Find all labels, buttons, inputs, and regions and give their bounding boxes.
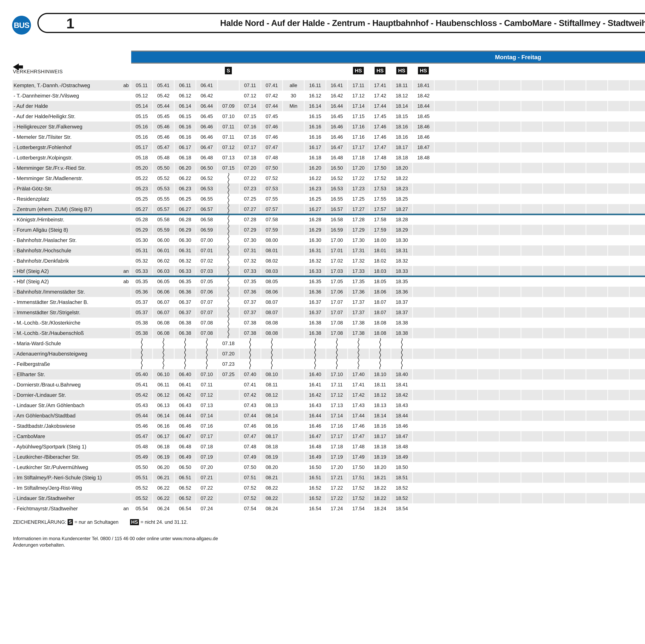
time-cell: 06.52 bbox=[175, 493, 196, 503]
time-cell: 18.52 bbox=[391, 483, 412, 493]
time-cell: 06.22 bbox=[175, 173, 196, 183]
time-cell bbox=[283, 142, 304, 153]
empty-cell bbox=[456, 163, 477, 173]
time-cell: 07.13 bbox=[196, 400, 217, 411]
empty-cell bbox=[630, 431, 645, 441]
time-cell: 18.42 bbox=[413, 90, 434, 101]
stop-name-cell: - Hbf (Steig A2)an bbox=[12, 266, 131, 276]
no-stop-wave-icon bbox=[249, 359, 251, 369]
time-cell: 18.13 bbox=[370, 400, 391, 411]
time-cell-skipped bbox=[391, 359, 412, 369]
time-cell-skipped bbox=[240, 359, 261, 369]
empty-cell bbox=[565, 411, 586, 421]
no-stop-wave-icon bbox=[270, 349, 273, 359]
time-cell bbox=[283, 317, 304, 328]
time-cell: 18.38 bbox=[391, 317, 412, 328]
time-cell: 18.41 bbox=[413, 80, 434, 90]
no-stop-wave-icon bbox=[140, 338, 143, 349]
time-cell: 05.11 bbox=[131, 80, 152, 90]
time-cell: 16.48 bbox=[326, 153, 347, 163]
time-cell: 18.52 bbox=[391, 493, 412, 503]
empty-cell bbox=[456, 101, 477, 111]
table-row: - Leutkircher-/Biberacher Str.05.4906.19… bbox=[12, 452, 645, 462]
time-cell: 07.02 bbox=[196, 256, 217, 266]
time-cell-skipped bbox=[370, 359, 391, 369]
table-row: - Bahnhofstr./Hochschule05.3106.0106.310… bbox=[12, 245, 645, 256]
time-cell: 05.47 bbox=[153, 142, 174, 153]
empty-cell bbox=[435, 235, 456, 245]
timetable-body: Kempten, T.-Dannh.-/Ostrachwegab05.1105.… bbox=[12, 80, 645, 514]
empty-cell bbox=[608, 101, 629, 111]
empty-cell bbox=[435, 462, 456, 472]
time-cell: 17.41 bbox=[370, 80, 391, 90]
time-cell: 17.45 bbox=[370, 111, 391, 122]
stop-name: - Ellharter Str. bbox=[14, 372, 45, 377]
no-stop-wave-icon bbox=[184, 359, 187, 369]
time-cell: 18.38 bbox=[391, 328, 412, 338]
table-row: - Auf der Halde/Heiligkr.Str.05.1505.450… bbox=[12, 111, 645, 122]
stop-name: - Immenstädter Str./Strigelstr. bbox=[14, 309, 80, 315]
ab-an-note: an bbox=[123, 506, 129, 511]
empty-cell bbox=[630, 411, 645, 421]
stop-name-cell: - Heiligkreuzer Str./Falkenweg bbox=[12, 122, 131, 132]
empty-cell bbox=[630, 441, 645, 452]
empty-cell bbox=[543, 338, 564, 349]
time-cell: 08.14 bbox=[261, 411, 282, 421]
time-cell: 17.46 bbox=[370, 122, 391, 132]
time-cell: 16.41 bbox=[326, 80, 347, 90]
time-cell: 16.52 bbox=[326, 173, 347, 183]
table-row: - Lindauer Str./Stadtweiher05.5206.2206.… bbox=[12, 493, 645, 503]
stop-name-cell: - Maria-Ward-Schule bbox=[12, 338, 131, 349]
stop-name: - Forum Allgäu (Steig 8) bbox=[14, 227, 68, 233]
empty-cell bbox=[500, 359, 521, 369]
empty-cell bbox=[630, 266, 645, 276]
empty-cell bbox=[478, 472, 499, 483]
empty-cell bbox=[478, 90, 499, 101]
time-cell-skipped bbox=[218, 307, 239, 317]
time-cell: 16.30 bbox=[304, 235, 326, 245]
stop-name: - Prälat-Götz-Str. bbox=[14, 186, 52, 192]
time-cell: 17.32 bbox=[348, 256, 369, 266]
time-cell: 08.12 bbox=[261, 390, 282, 400]
time-cell: 17.47 bbox=[370, 142, 391, 153]
time-cell: 16.32 bbox=[304, 256, 326, 266]
no-stop-wave-icon bbox=[227, 317, 230, 328]
empty-cell bbox=[500, 462, 521, 472]
time-cell bbox=[413, 452, 434, 462]
empty-cell bbox=[630, 183, 645, 194]
empty-cell bbox=[630, 225, 645, 235]
time-cell: 17.24 bbox=[326, 503, 347, 514]
empty-cell bbox=[521, 111, 542, 122]
time-cell: 18.44 bbox=[413, 101, 434, 111]
time-cell: 16.40 bbox=[304, 369, 326, 380]
stop-name-cell: - Residenzplatz bbox=[12, 194, 131, 204]
empty-cell bbox=[608, 349, 629, 359]
time-cell: 07.22 bbox=[196, 493, 217, 503]
empty-cell bbox=[543, 503, 564, 514]
time-cell: 17.13 bbox=[326, 400, 347, 411]
empty-cell bbox=[608, 380, 629, 390]
time-cell: 06.29 bbox=[175, 225, 196, 235]
time-cell: 07.30 bbox=[240, 235, 261, 245]
empty-cell bbox=[543, 276, 564, 287]
time-cell-skipped bbox=[370, 349, 391, 359]
empty-cell bbox=[478, 80, 499, 90]
empty-cell bbox=[456, 122, 477, 132]
empty-cell bbox=[586, 421, 607, 431]
time-cell: 17.12 bbox=[348, 90, 369, 101]
time-cell bbox=[283, 163, 304, 173]
empty-cell bbox=[608, 400, 629, 411]
time-cell: 17.52 bbox=[348, 483, 369, 493]
time-cell: 07.25 bbox=[240, 194, 261, 204]
time-cell bbox=[218, 400, 239, 411]
table-row: - Ellharter Str.05.4006.1006.4007.1007.2… bbox=[12, 369, 645, 380]
time-cell: 16.52 bbox=[304, 483, 326, 493]
empty-cell bbox=[586, 153, 607, 163]
empty-cell bbox=[543, 287, 564, 297]
time-cell: 08.07 bbox=[261, 307, 282, 317]
stop-name: - Residenzplatz bbox=[14, 196, 49, 202]
time-cell: 17.46 bbox=[370, 132, 391, 142]
legend-hs-symbol: HS bbox=[130, 519, 139, 525]
time-cell: 06.02 bbox=[153, 256, 174, 266]
empty-cell bbox=[435, 317, 456, 328]
